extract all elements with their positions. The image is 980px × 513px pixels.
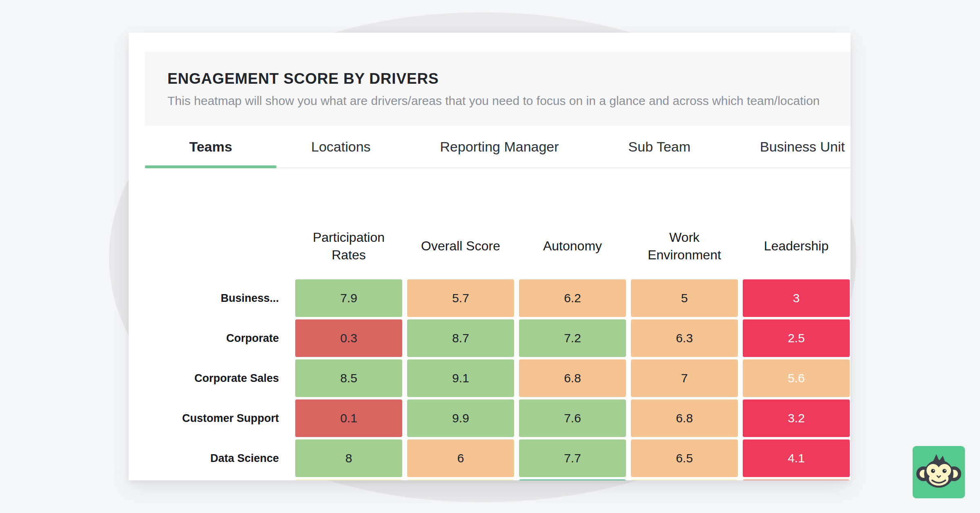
heatmap-cell-corporate-sales-participation-rates[interactable]: 8.5 bbox=[295, 359, 402, 397]
row-label-business: Business... bbox=[145, 279, 290, 317]
tab-business-unit[interactable]: Business Unit bbox=[725, 126, 851, 167]
heatmap-cell-data-science-overall-score[interactable]: 6 bbox=[407, 439, 514, 477]
heatmap-cell-business-work-environment[interactable]: 5 bbox=[631, 279, 738, 317]
heatmap-cell-corporate-sales-work-environment[interactable]: 7 bbox=[631, 359, 738, 397]
tab-teams[interactable]: Teams bbox=[145, 126, 276, 167]
heatmap-cell-business-participation-rates[interactable]: 7.9 bbox=[295, 279, 402, 317]
heatmap-cell-corporate-work-environment[interactable]: 6.3 bbox=[631, 319, 738, 357]
tab-sub-team[interactable]: Sub Team bbox=[594, 126, 725, 167]
row-label-corporate: Corporate bbox=[145, 319, 290, 357]
heatmap-cell-data-science-work-environment[interactable]: 6.5 bbox=[631, 439, 738, 477]
row-label-customer-support: Customer Support bbox=[145, 399, 290, 437]
heatmap-cell-customer-support-leadership[interactable]: 3.2 bbox=[743, 399, 850, 437]
heatmap-cell-data-science-leadership[interactable]: 4.1 bbox=[743, 439, 850, 477]
tab-bar: TeamsLocationsReporting ManagerSub TeamB… bbox=[145, 126, 851, 168]
heatmap-grid: Participation RatesOverall ScoreAutonomy… bbox=[145, 216, 850, 480]
widget-header: ENGAGEMENT SCORE BY DRIVERS This heatmap… bbox=[145, 52, 851, 126]
widget-subtitle: This heatmap will show you what are driv… bbox=[167, 94, 851, 108]
column-header-work-environment: Work Environment bbox=[631, 216, 738, 277]
heatmap-cell-customer-support-autonomy[interactable]: 7.6 bbox=[519, 399, 626, 437]
heatmap-cell-customer-support-participation-rates[interactable]: 0.1 bbox=[295, 399, 402, 437]
cutoff-cell bbox=[407, 480, 514, 480]
column-header-participation-rates: Participation Rates bbox=[295, 216, 402, 277]
tab-locations[interactable]: Locations bbox=[276, 126, 405, 167]
heatmap-cell-data-science-participation-rates[interactable]: 8 bbox=[295, 439, 402, 477]
heatmap-cell-corporate-participation-rates[interactable]: 0.3 bbox=[295, 319, 402, 357]
heatmap-cell-customer-support-overall-score[interactable]: 9.9 bbox=[407, 399, 514, 437]
cutoff-cell bbox=[295, 480, 402, 480]
tab-reporting-manager[interactable]: Reporting Manager bbox=[405, 126, 594, 167]
heatmap-cell-business-leadership[interactable]: 3 bbox=[743, 279, 850, 317]
heatmap-widget-card: ENGAGEMENT SCORE BY DRIVERS This heatmap… bbox=[129, 33, 851, 480]
heatmap-cell-data-science-autonomy[interactable]: 7.7 bbox=[519, 439, 626, 477]
column-header-autonomy: Autonomy bbox=[519, 216, 626, 277]
widget-content: ENGAGEMENT SCORE BY DRIVERS This heatmap… bbox=[145, 52, 851, 480]
cutoff-row-label bbox=[145, 480, 290, 480]
column-header-leadership: Leadership bbox=[743, 216, 850, 277]
heatmap-cell-corporate-sales-overall-score[interactable]: 9.1 bbox=[407, 359, 514, 397]
heatmap-cell-corporate-sales-autonomy[interactable]: 6.8 bbox=[519, 359, 626, 397]
heatmap-cell-customer-support-work-environment[interactable]: 6.8 bbox=[631, 399, 738, 437]
corner-spacer bbox=[145, 216, 290, 277]
widget-title: ENGAGEMENT SCORE BY DRIVERS bbox=[167, 70, 851, 87]
cutoff-cell bbox=[631, 480, 738, 480]
heatmap-cell-corporate-leadership[interactable]: 2.5 bbox=[743, 319, 850, 357]
column-header-overall-score: Overall Score bbox=[407, 216, 514, 277]
heatmap-cell-business-autonomy[interactable]: 6.2 bbox=[519, 279, 626, 317]
cutoff-cell bbox=[743, 480, 850, 480]
heatmap-cell-corporate-sales-leadership[interactable]: 5.6 bbox=[743, 359, 850, 397]
row-label-corporate-sales: Corporate Sales bbox=[145, 359, 290, 397]
row-label-data-science: Data Science bbox=[145, 439, 290, 477]
monkey-icon bbox=[913, 446, 965, 498]
cutoff-cell bbox=[519, 480, 626, 480]
heatmap-cell-corporate-overall-score[interactable]: 8.7 bbox=[407, 319, 514, 357]
heatmap-cell-business-overall-score[interactable]: 5.7 bbox=[407, 279, 514, 317]
brand-logo bbox=[913, 446, 965, 498]
heatmap-cell-corporate-autonomy[interactable]: 7.2 bbox=[519, 319, 626, 357]
heatmap-section: Participation RatesOverall ScoreAutonomy… bbox=[145, 168, 851, 480]
